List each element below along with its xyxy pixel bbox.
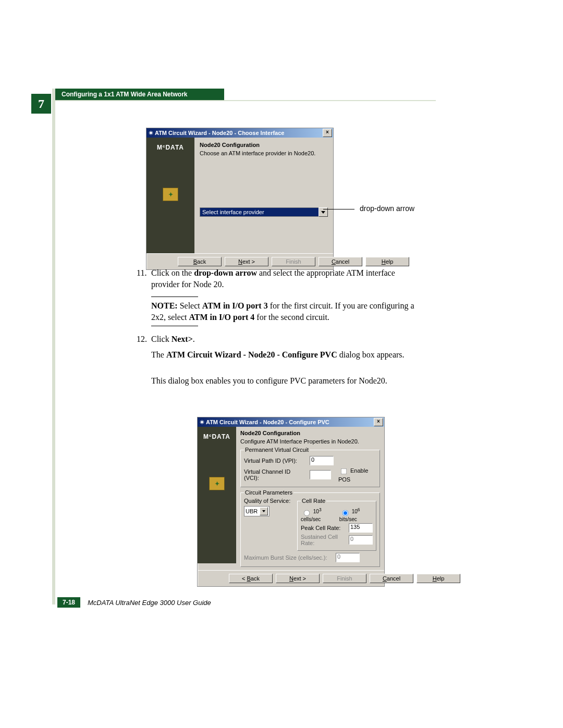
enable-pos-checkbox[interactable]: Enable POS	[338, 466, 376, 483]
brand-stamp-icon: ✦	[209, 477, 225, 490]
dialog1-brand-panel: McDATA ✦	[146, 138, 194, 253]
paragraph-pvc-desc: This dialog box enables you to configure…	[151, 375, 412, 387]
help-button[interactable]: Help	[417, 574, 460, 583]
window-icon: ✴	[200, 419, 204, 426]
cellrate-radio-cells[interactable]: 103 cells/sec	[301, 507, 336, 522]
dialog-choose-interface: ✴ ATM Circuit Wizard - Node20 - Choose I…	[146, 128, 334, 270]
brand-logo: McDATA	[157, 144, 184, 151]
chapter-tab: 7	[31, 94, 51, 114]
finish-button: Finish	[272, 257, 315, 266]
brand-logo: McDATA	[203, 433, 230, 440]
sustained-label: Sustained Cell Rate:	[301, 534, 346, 546]
dialog1-titlebar: ✴ ATM Circuit Wizard - Node20 - Choose I…	[146, 128, 333, 138]
pvc-legend: Permanent Virtual Circuit	[244, 447, 310, 453]
paragraph-pvc-appears: The ATM Circuit Wizard - Node20 - Config…	[151, 349, 412, 361]
callout-line	[323, 209, 354, 209]
cp-legend: Circuit Parameters	[244, 489, 293, 496]
note-block: NOTE: Select ATM in I/O port 3 for the f…	[151, 293, 417, 329]
dialog1-title: ATM Circuit Wizard - Node20 - Choose Int…	[155, 130, 284, 136]
help-button[interactable]: Help	[365, 257, 409, 266]
dialog2-titlebar: ✴ ATM Circuit Wizard - Node20 - Configur…	[198, 417, 384, 427]
window-icon: ✴	[149, 130, 153, 137]
chapter-header: Configuring a 1x1 ATM Wide Area Network	[55, 89, 224, 100]
cancel-button[interactable]: Cancel	[319, 257, 362, 266]
vci-input[interactable]	[310, 470, 331, 479]
cellrate-legend: Cell Rate	[301, 498, 326, 504]
sustained-input: 0	[349, 535, 373, 545]
dialog2-title: ATM Circuit Wizard - Node20 - Configure …	[206, 419, 329, 425]
cellrate-radio-bits[interactable]: 106 bits/sec	[339, 507, 373, 522]
next-button[interactable]: Next >	[225, 257, 268, 266]
dialog1-heading: Node20 Configuration	[200, 142, 328, 148]
dialog1-subtext: Choose an ATM interface provider in Node…	[200, 150, 328, 156]
cancel-button[interactable]: Cancel	[370, 574, 413, 583]
dialog2-brand-panel: McDATA ✦	[198, 427, 236, 563]
pvc-fieldset: Permanent Virtual Circuit Virtual Path I…	[240, 447, 380, 487]
page-number: 7-18	[57, 597, 80, 608]
dialog2-heading: Node20 Configuration	[240, 430, 380, 436]
qos-label: Quality of Service:	[244, 498, 294, 504]
peak-label: Peak Cell Rate:	[301, 525, 346, 531]
next-button[interactable]: Next >	[276, 574, 320, 583]
page-footer: 7-18 McDATA UltraNet Edge 3000 User Guid…	[57, 597, 211, 608]
circuit-params-fieldset: Circuit Parameters Quality of Service: U…	[240, 489, 380, 567]
dialog2-subtext: Configure ATM Interface Properties in No…	[240, 438, 380, 445]
peak-input[interactable]: 135	[349, 523, 373, 533]
interface-provider-dropdown[interactable]: Select interface provider	[200, 207, 328, 217]
callout-label: drop-down arrow	[360, 204, 414, 213]
mbs-input: 0	[336, 553, 360, 562]
header-underline	[55, 100, 436, 101]
footer-title: McDATA UltraNet Edge 3000 User Guide	[88, 599, 211, 607]
dialog-configure-pvc: ✴ ATM Circuit Wizard - Node20 - Configur…	[197, 417, 385, 587]
vci-label: Virtual Channel ID (VCI):	[244, 468, 307, 481]
close-icon[interactable]: ×	[374, 418, 383, 426]
back-button[interactable]: Back	[178, 257, 222, 266]
dropdown-value: Select interface provider	[200, 207, 319, 217]
mbs-label: Maximum Burst Size (cells/sec.):	[244, 554, 333, 561]
back-button[interactable]: < Back	[229, 574, 273, 583]
step-11: 11.Click on the drop-down arrow and sele…	[151, 267, 412, 290]
cellrate-fieldset: Cell Rate 103 cells/sec 106 bits/sec Pea…	[297, 498, 376, 551]
vpi-input[interactable]: 0	[310, 456, 334, 465]
brand-stamp-icon: ✦	[163, 188, 178, 201]
close-icon[interactable]: ×	[323, 129, 332, 137]
side-rule	[52, 89, 55, 604]
chevron-down-icon[interactable]	[260, 507, 268, 515]
qos-select[interactable]: UBR	[244, 506, 270, 516]
finish-button: Finish	[323, 574, 366, 583]
vpi-label: Virtual Path ID (VPI):	[244, 458, 307, 464]
step-12: 12.Click Next>.	[151, 334, 412, 345]
